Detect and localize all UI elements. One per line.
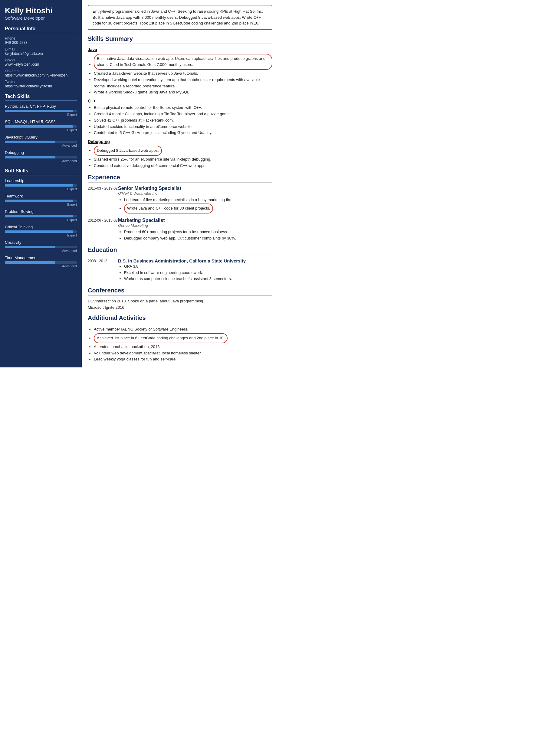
skill-name: Creativity [5, 240, 77, 245]
skill-name: Python, Java, C#, PHP, Ruby [5, 104, 77, 109]
list-item: Contributed to 5 C++ GitHub projects, in… [94, 130, 272, 136]
skills-bullet-list: Built native Java data visualization web… [94, 53, 272, 96]
soft-skills-list: Leadership Expert Teamwork Expert Proble… [5, 178, 77, 268]
skill-name: Critical Thinking [5, 225, 77, 229]
skill-bar-fill [5, 110, 73, 112]
skill-bar-fill [5, 141, 55, 143]
additional-content: Active member IAENG Society of Software … [88, 326, 272, 363]
exp-job-title: Senior Marketing Specialist [118, 186, 272, 191]
education-title: Education [88, 246, 272, 255]
soft-skill-item: Problem Solving Expert [5, 209, 77, 222]
exp-date: 2015-03 - 2019-02 [88, 186, 118, 214]
additional-activities-title: Additional Activities [88, 314, 272, 323]
experience-content: 2015-03 - 2019-02 Senior Marketing Speci… [88, 186, 272, 242]
edu-bullets: GPA 3.8Excelled in software engineering … [124, 263, 272, 282]
linkedin-value: https://www.linkedin.com/in/kelly-hitosh… [5, 73, 77, 77]
skill-bar-bg [5, 141, 77, 143]
soft-skill-item: Critical Thinking Expert [5, 225, 77, 237]
education-content: 2008 - 2012 B.S. in Business Administrat… [88, 258, 272, 282]
tech-skills-list: Python, Java, C#, PHP, Ruby Expert SQL, … [5, 104, 77, 163]
list-item: Led team of five marketing specialists i… [124, 197, 272, 203]
list-item: Wrote Java and C++ code for 30 client pr… [124, 203, 272, 214]
highlighted-bullet: Achieved 1st place in 6 LeetCode coding … [94, 333, 228, 343]
soft-skill-item: Leadership Expert [5, 178, 77, 191]
list-item: Attended lumohacks hackathon, 2018. [94, 344, 272, 350]
education-entry: 2008 - 2012 B.S. in Business Administrat… [88, 258, 272, 282]
exp-content: Marketing Specialist Orinco Marketing Pr… [118, 218, 272, 242]
experience-entry: 2012-06 - 2015-03 Marketing Specialist O… [88, 218, 272, 242]
skills-group: C++Built a physical remote control for t… [88, 98, 272, 136]
skills-group-title: C++ [88, 98, 272, 103]
list-item: Produced 60+ marketing projects for a fa… [124, 229, 272, 235]
list-item: Built a physical remote control for the … [94, 105, 272, 111]
skill-name: Javascript, JQuery [5, 135, 77, 139]
tech-skill-item: Python, Java, C#, PHP, Ruby Expert [5, 104, 77, 117]
skill-level: Advanced [5, 159, 77, 163]
exp-date: 2012-06 - 2015-03 [88, 218, 118, 242]
list-item: Updated cookies functionality in an eCom… [94, 124, 272, 130]
skill-name: SQL, MySQL, HTML5, CSS3 [5, 120, 77, 124]
list-item: GPA 3.8 [124, 263, 272, 270]
skills-bullet-list: Debugged 8 Java-based web apps.Slashed e… [94, 145, 272, 169]
skill-name: Teamwork [5, 194, 77, 198]
phone-value: 949-300-9278 [5, 40, 77, 45]
skills-bullet-list: Built a physical remote control for the … [94, 105, 272, 136]
exp-job-title: Marketing Specialist [118, 218, 272, 223]
summary-box: Entry-level programmer skilled in Java a… [88, 5, 272, 30]
skill-level: Advanced [5, 249, 77, 253]
email-value: kellyhitoshi@gmail.com [5, 51, 77, 56]
exp-company: O'Neil & Watanabe Inc. [118, 191, 272, 196]
list-item: Debugged company web app. Cut customer c… [124, 235, 272, 242]
skill-bar-fill [5, 156, 55, 158]
skill-level: Expert [5, 113, 77, 117]
skill-level: Expert [5, 233, 77, 237]
list-item: Lead weekly yoga classes for fun and sel… [94, 356, 272, 363]
highlighted-bullet: Debugged 8 Java-based web apps. [94, 146, 162, 156]
highlighted-bullet: Built native Java data visualization web… [94, 54, 272, 70]
twitter-value: https://twitter.com/kellyhitoshi [5, 84, 77, 88]
skills-summary-content: JavaBuilt native Java data visualization… [88, 47, 272, 169]
skill-level: Expert [5, 187, 77, 191]
edu-degree: B.S. in Business Administration, Califor… [118, 258, 272, 263]
list-item: Wrote a working Sudoku game using Java a… [94, 89, 272, 95]
soft-skill-item: Creativity Advanced [5, 240, 77, 253]
skill-level: Advanced [5, 144, 77, 147]
experience-entry: 2015-03 - 2019-02 Senior Marketing Speci… [88, 186, 272, 214]
conferences-content: DEVintersection 2018. Spoke on a panel a… [88, 299, 272, 310]
soft-skill-item: Teamwork Expert [5, 194, 77, 206]
www-value: www.kellyhitoshi.com [5, 62, 77, 67]
tech-skill-item: SQL, MySQL, HTML5, CSS3 Expert [5, 120, 77, 132]
www-label: WWW [5, 58, 77, 62]
list-item: Created a Java-driven website that serve… [94, 70, 272, 77]
email-label: E-mail [5, 47, 77, 51]
list-item: Conducted extensive debugging of 6 comme… [94, 163, 272, 169]
list-item: Slashed errors 25% for an eCommerce site… [94, 156, 272, 163]
soft-skills-title: Soft Skills [5, 168, 77, 176]
skill-bar-fill [5, 261, 55, 264]
edu-date: 2008 - 2012 [88, 258, 118, 282]
main-content: Entry-level programmer skilled in Java a… [82, 0, 278, 367]
skill-name: Debugging [5, 150, 77, 155]
list-item: Debugged 8 Java-based web apps. [94, 145, 272, 156]
linkedin-label: LinkedIn [5, 69, 77, 73]
sidebar: Kelly Hitoshi Software Developer Persona… [0, 0, 82, 367]
skill-bar-fill [5, 125, 73, 128]
highlighted-bullet: Wrote Java and C++ code for 30 client pr… [124, 203, 213, 213]
skill-bar-fill [5, 200, 73, 202]
skill-bar-bg [5, 156, 77, 158]
additional-bullets: Active member IAENG Society of Software … [94, 326, 272, 363]
list-item: Solved 42 C++ problems at HackerRank.com… [94, 117, 272, 124]
skill-level: Expert [5, 202, 77, 206]
list-item: Active member IAENG Society of Software … [94, 326, 272, 333]
skills-group: JavaBuilt native Java data visualization… [88, 47, 272, 96]
exp-content: Senior Marketing Specialist O'Neil & Wat… [118, 186, 272, 214]
list-item: Achieved 1st place in 6 LeetCode coding … [94, 333, 272, 344]
skill-bar-fill [5, 230, 73, 233]
skill-name: Leadership [5, 178, 77, 183]
skill-bar-bg [5, 246, 77, 248]
exp-company: Orinco Marketing [118, 223, 272, 228]
skill-bar-fill [5, 215, 73, 217]
skill-level: Expert [5, 128, 77, 132]
skills-group: DebuggingDebugged 8 Java-based web apps.… [88, 139, 272, 169]
skill-level: Expert [5, 218, 77, 222]
